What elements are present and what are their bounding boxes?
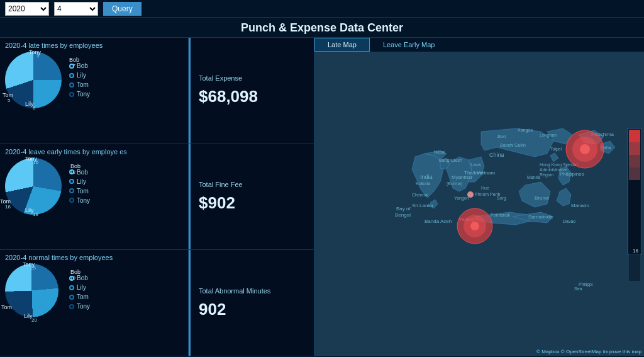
total-fine-value: $902: [199, 193, 304, 213]
svg-text:Brunei: Brunei: [535, 195, 549, 201]
svg-text:Chennai: Chennai: [412, 193, 429, 197]
svg-text:Guilin: Guilin: [514, 143, 526, 147]
svg-text:Bengal: Bengal: [395, 212, 411, 218]
svg-text:Manado: Manado: [571, 203, 589, 208]
svg-rect-53: [629, 180, 640, 281]
svg-point-47: [467, 191, 474, 198]
svg-text:Baoshi: Baoshi: [500, 143, 514, 147]
svg-rect-51: [629, 155, 640, 167]
legend-lily3: Lily: [69, 284, 90, 291]
svg-text:Xangda: Xangda: [518, 128, 533, 133]
tom-dot3: [69, 295, 74, 300]
late-pie-container: Tony 3 Bob 7 Tom 5 Lily 6: [5, 52, 62, 108]
total-expense-box: Total Expense $68,098: [189, 38, 314, 144]
total-fine-box: Total Fine Fee $902: [189, 144, 314, 251]
right-column: Late Map Leave Early Map: [314, 38, 644, 356]
svg-text:Sri Lanka: Sri Lanka: [412, 203, 433, 208]
map-area: India Sri Lanka Nepal Bangladesh Bay of …: [314, 52, 644, 356]
tom-dot: [69, 82, 74, 88]
svg-text:Vietnam: Vietnam: [477, 170, 496, 176]
leave-pie-container: Tony 16 Bob 18 Tom 16 Lily 18: [5, 158, 62, 215]
tony-dot2: [69, 198, 74, 203]
svg-rect-50: [629, 142, 640, 155]
total-abnormal-value: 902: [199, 300, 304, 319]
normal-times-area: Tony 25 Bob 19 Tom Lily 20 Bob Lily Tom …: [5, 264, 183, 320]
bob-label: Bob: [69, 57, 79, 63]
legend-tony: Tony: [69, 91, 90, 98]
lily-dot2: [69, 179, 74, 184]
legend-tom: Tom: [69, 81, 90, 88]
late-times-area: Tony 3 Bob 7 Tom 5 Lily 6 Bob Lily Tom T…: [5, 52, 183, 108]
late-map-tab[interactable]: Late Map: [314, 38, 370, 52]
lily-dot: [69, 73, 74, 78]
svg-text:Jiuxi: Jiuxi: [497, 134, 506, 139]
legend-tom2: Tom: [69, 188, 90, 195]
svg-text:China: China: [489, 152, 504, 158]
svg-text:Region: Region: [540, 173, 553, 178]
left-column: 2020-4 late times by employees Tony 3 Bo…: [0, 38, 189, 356]
legend-lily: Lily: [69, 72, 90, 79]
normal-pie-container: Tony 25 Bob 19 Tom Lily 20: [5, 264, 62, 320]
total-abnormal-label: Total Abnormal Minutes: [199, 287, 304, 295]
total-expense-value: $68,098: [199, 87, 304, 106]
svg-text:Yangon: Yangon: [454, 196, 469, 201]
legend-tom3: Tom: [69, 293, 90, 300]
svg-rect-49: [629, 130, 640, 142]
svg-point-46: [470, 222, 479, 230]
legend-lily2: Lily: [69, 178, 90, 185]
top-bar: 2020 4 Query: [0, 0, 644, 18]
svg-text:Nepal: Nepal: [434, 150, 446, 155]
legend-tony3: Tony: [69, 303, 90, 310]
leave-early-area: Tony 16 Bob 18 Tom 16 Lily 18 Bob Lily T…: [5, 158, 183, 215]
svg-text:Bangladesh: Bangladesh: [439, 158, 462, 163]
svg-point-43: [580, 144, 590, 154]
svg-text:(Burma): (Burma): [447, 181, 462, 186]
tony-dot3: [69, 304, 74, 309]
svg-rect-52: [629, 167, 640, 180]
map-svg: India Sri Lanka Nepal Bangladesh Bay of …: [314, 52, 644, 356]
map-attribution: © Mapbox © OpenStreetMap Improve this ma…: [536, 349, 641, 354]
svg-text:Sorg: Sorg: [497, 196, 506, 201]
year-select[interactable]: 2020: [5, 2, 49, 16]
svg-text:Taipei: Taipei: [550, 147, 562, 152]
svg-text:Sea: Sea: [574, 286, 582, 291]
total-expense-label: Total Expense: [199, 74, 304, 82]
leave-early-map-tab[interactable]: Leave Early Map: [370, 38, 448, 52]
normal-pie: [5, 264, 58, 317]
svg-text:Manila: Manila: [527, 175, 540, 179]
total-abnormal-box: Total Abnormal Minutes 902: [189, 250, 314, 356]
tom-dot2: [69, 188, 74, 193]
svg-text:Samarinda: Samarinda: [528, 214, 553, 220]
svg-text:Hue: Hue: [481, 186, 489, 190]
query-button[interactable]: Query: [103, 2, 142, 16]
main-content: 2020-4 late times by employees Tony 3 Bo…: [0, 38, 644, 356]
svg-text:Banda Aceh: Banda Aceh: [425, 218, 452, 224]
page-title: Punch & Expense Data Center: [0, 18, 644, 38]
map-tabs: Late Map Leave Early Map: [314, 38, 644, 52]
late-times-chart: 2020-4 late times by employees Tony 3 Bo…: [0, 38, 188, 144]
leave-early-title: 2020-4 leave early times by employe es: [5, 148, 183, 156]
leave-pie: [5, 158, 62, 215]
legend-tony2: Tony: [69, 197, 90, 204]
svg-text:Longnan: Longnan: [540, 133, 557, 138]
normal-times-title: 2020-4 normal times by employees: [5, 254, 183, 261]
svg-text:India: India: [420, 174, 433, 180]
svg-text:Bay of: Bay of: [396, 206, 411, 212]
lily-dot3: [69, 285, 74, 290]
total-fine-label: Total Fine Fee: [199, 181, 304, 188]
svg-text:Laos: Laos: [470, 162, 481, 167]
stats-column: Total Expense $68,098 Total Fine Fee $90…: [189, 38, 314, 356]
month-select[interactable]: 4: [54, 2, 98, 16]
leave-early-chart: 2020-4 leave early times by employe es T…: [0, 144, 188, 251]
normal-times-chart: 2020-4 normal times by employees Tony 25…: [0, 250, 188, 356]
svg-text:Davao: Davao: [563, 219, 575, 224]
svg-text:Administrative: Administrative: [540, 167, 567, 172]
svg-text:16: 16: [633, 248, 638, 254]
late-times-title: 2020-4 late times by employees: [5, 42, 183, 49]
svg-text:Kolkata: Kolkata: [416, 181, 430, 186]
svg-text:Philippines: Philippines: [560, 171, 584, 177]
tony-dot: [69, 92, 74, 97]
late-pie: [5, 52, 62, 108]
svg-text:Pontianak: Pontianak: [491, 213, 511, 217]
